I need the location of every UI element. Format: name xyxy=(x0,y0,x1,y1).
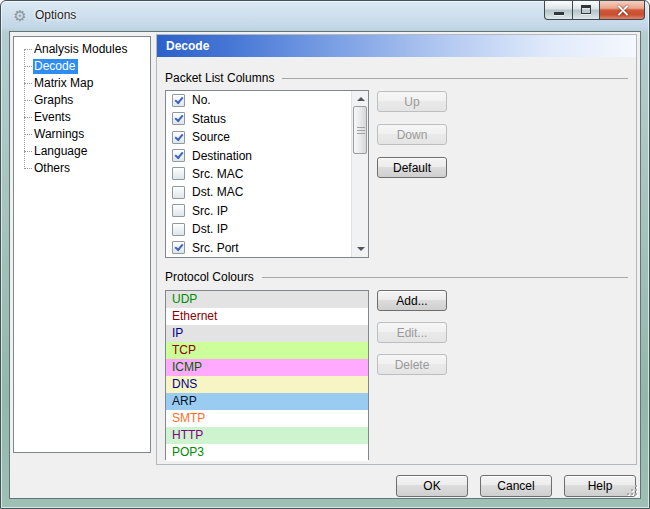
sidebar-item-label: Others xyxy=(33,161,73,176)
packet-column-row[interactable]: Source xyxy=(166,128,351,146)
close-button[interactable] xyxy=(600,1,645,20)
sidebar-item-label: Warnings xyxy=(33,127,87,142)
help-button[interactable]: Help xyxy=(564,475,636,497)
packet-column-label: Status xyxy=(192,112,226,126)
sidebar-item-events[interactable]: Events xyxy=(14,109,150,126)
gear-icon: ⚙ xyxy=(12,8,28,24)
group-label: Packet List Columns xyxy=(165,71,274,85)
packet-column-label: Source xyxy=(192,130,230,144)
packet-column-row[interactable]: Destination xyxy=(166,146,351,164)
minimize-button[interactable] xyxy=(544,1,573,20)
sidebar-item-decode[interactable]: Decode xyxy=(14,58,150,75)
packet-column-label: Src. MAC xyxy=(192,167,243,181)
options-dialog: ⚙ Options Analysis Modules Decode xyxy=(0,0,650,509)
sidebar-item-label: Graphs xyxy=(33,93,76,108)
packet-column-row[interactable]: Status xyxy=(166,109,351,127)
scroll-up-icon[interactable] xyxy=(352,91,368,106)
sidebar-item-label: Decode xyxy=(33,59,78,74)
packet-column-label: Destination xyxy=(192,149,252,163)
cancel-button[interactable]: Cancel xyxy=(480,475,552,497)
checkbox-icon[interactable] xyxy=(172,241,185,254)
packet-columns-listbox: No. Status Source Destination xyxy=(165,90,369,258)
vertical-scrollbar[interactable] xyxy=(351,91,368,257)
packet-column-row[interactable]: Src. MAC xyxy=(166,165,351,183)
protocol-row[interactable]: Ethernet xyxy=(166,308,368,325)
checkbox-icon[interactable] xyxy=(172,131,185,144)
sidebar-item-label: Events xyxy=(33,110,74,125)
packet-column-row[interactable]: Dst. MAC xyxy=(166,183,351,201)
checkbox-icon[interactable] xyxy=(172,223,185,236)
checkbox-icon[interactable] xyxy=(172,112,185,125)
checkbox-icon[interactable] xyxy=(172,149,185,162)
protocol-row[interactable]: UDP xyxy=(166,291,368,308)
protocol-row[interactable]: SMTP xyxy=(166,410,368,427)
options-category-tree: Analysis Modules Decode Matrix Map Graph… xyxy=(13,36,151,453)
decode-settings-panel: Decode Packet List Columns No. Status xyxy=(156,34,637,465)
sidebar-item-label: Analysis Modules xyxy=(33,42,130,57)
scroll-down-icon[interactable] xyxy=(352,242,368,257)
maximize-button[interactable] xyxy=(573,1,600,20)
packet-column-label: Src. Port xyxy=(192,241,239,255)
packet-column-label: Dst. MAC xyxy=(192,185,243,199)
ok-button[interactable]: OK xyxy=(396,475,468,497)
checkbox-icon[interactable] xyxy=(172,186,185,199)
protocol-row[interactable]: POP3 xyxy=(166,444,368,461)
protocol-row[interactable]: ICMP xyxy=(166,359,368,376)
packet-column-label: Dst. IP xyxy=(192,222,228,236)
protocol-colours-listbox: UDP Ethernet IP TCP ICMP DNS ARP SMTP HT… xyxy=(165,290,369,460)
packet-list-columns-group: Packet List Columns xyxy=(165,71,630,85)
scrollbar-grip-icon xyxy=(357,127,365,128)
caption-buttons xyxy=(544,1,645,20)
packet-column-label: No. xyxy=(192,93,211,107)
group-divider xyxy=(282,78,628,79)
sidebar-item-label: Matrix Map xyxy=(33,76,96,91)
packet-column-label: Src. IP xyxy=(192,204,228,218)
protocol-row[interactable]: DNS xyxy=(166,376,368,393)
sidebar-item-analysis-modules[interactable]: Analysis Modules xyxy=(14,41,150,58)
packet-column-row[interactable]: No. xyxy=(166,91,351,109)
protocol-colours-group: Protocol Colours xyxy=(165,270,630,284)
close-icon xyxy=(617,5,628,16)
edit-button[interactable]: Edit... xyxy=(377,322,447,343)
protocol-row[interactable]: TCP xyxy=(166,342,368,359)
delete-button[interactable]: Delete xyxy=(377,354,447,375)
packet-column-row[interactable]: Src. IP xyxy=(166,202,351,220)
resize-grip[interactable] xyxy=(627,485,637,495)
title-bar[interactable]: ⚙ Options xyxy=(1,1,649,31)
group-label: Protocol Colours xyxy=(165,270,254,284)
sidebar-item-others[interactable]: Others xyxy=(14,160,150,177)
sidebar-item-graphs[interactable]: Graphs xyxy=(14,92,150,109)
sidebar-item-label: Language xyxy=(33,144,90,159)
protocol-row[interactable]: IP xyxy=(166,325,368,342)
dialog-client-area: Analysis Modules Decode Matrix Map Graph… xyxy=(9,31,641,499)
page-title: Decode xyxy=(157,35,636,57)
maximize-icon xyxy=(581,5,591,14)
sidebar-item-language[interactable]: Language xyxy=(14,143,150,160)
protocol-row[interactable]: ARP xyxy=(166,393,368,410)
checkbox-icon[interactable] xyxy=(172,167,185,180)
default-button[interactable]: Default xyxy=(377,157,447,178)
packet-column-row[interactable]: Dst. IP xyxy=(166,220,351,238)
checkbox-icon[interactable] xyxy=(172,204,185,217)
window-title: Options xyxy=(35,1,76,30)
group-divider xyxy=(262,277,628,278)
checkbox-icon[interactable] xyxy=(172,94,185,107)
protocol-row[interactable]: HTTP xyxy=(166,427,368,444)
add-button[interactable]: Add... xyxy=(377,290,447,311)
minimize-icon xyxy=(554,12,564,15)
sidebar-item-warnings[interactable]: Warnings xyxy=(14,126,150,143)
up-button[interactable]: Up xyxy=(377,91,447,112)
scrollbar-thumb[interactable] xyxy=(353,106,367,154)
packet-column-row[interactable]: Src. Port xyxy=(166,239,351,257)
down-button[interactable]: Down xyxy=(377,124,447,145)
sidebar-item-matrix-map[interactable]: Matrix Map xyxy=(14,75,150,92)
